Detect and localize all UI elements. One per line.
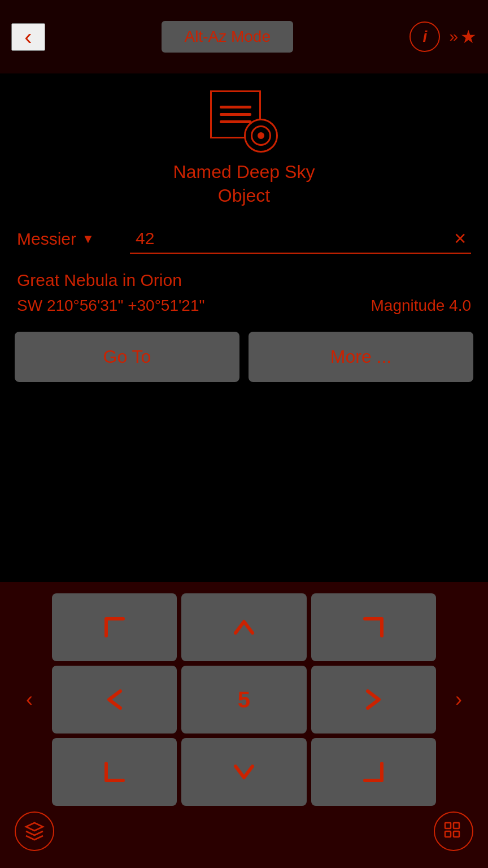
down-arrow-icon bbox=[230, 758, 258, 786]
object-type-label: Named Deep Sky Object bbox=[173, 160, 315, 207]
list-line-3 bbox=[220, 120, 251, 123]
object-name-label: Great Nebula in Orion bbox=[17, 271, 471, 290]
dpad-bottom-right-button[interactable] bbox=[311, 738, 436, 806]
galaxy-icon bbox=[244, 119, 278, 153]
mode-button[interactable]: Alt-Az Mode bbox=[162, 21, 293, 53]
layers-icon bbox=[23, 820, 46, 843]
object-type-icon-area: Named Deep Sky Object bbox=[11, 90, 477, 207]
selector-row: Messier ▼ ✕ bbox=[11, 224, 477, 254]
list-line-2 bbox=[220, 113, 251, 116]
dpad-top-left-button[interactable] bbox=[52, 593, 177, 661]
galaxy-ring bbox=[251, 125, 271, 146]
dpad-down-button[interactable] bbox=[181, 738, 306, 806]
layers-button[interactable] bbox=[15, 811, 54, 851]
dpad-top-right-button[interactable] bbox=[311, 593, 436, 661]
prev-page-button[interactable]: ‹ bbox=[12, 683, 46, 717]
galaxy-core bbox=[258, 132, 264, 139]
bottom-panel: ‹ 5 bbox=[0, 582, 488, 868]
up-arrow-icon bbox=[230, 613, 258, 641]
back-button[interactable]: ‹ bbox=[11, 23, 45, 51]
header-actions: i » ★ bbox=[409, 21, 477, 52]
main-content: Named Deep Sky Object Messier ▼ ✕ Great … bbox=[0, 73, 488, 593]
corner-br-icon bbox=[359, 758, 387, 786]
corner-tr-icon bbox=[359, 613, 387, 641]
dpad-bottom-left-button[interactable] bbox=[52, 738, 177, 806]
header: ‹ Alt-Az Mode i » ★ bbox=[0, 0, 488, 73]
list-line-1 bbox=[220, 106, 251, 108]
dpad-center-value[interactable]: 5 bbox=[181, 666, 306, 734]
left-arrow-icon bbox=[101, 685, 129, 714]
object-magnitude-label: Magnitude 4.0 bbox=[371, 297, 471, 315]
object-coords-row: SW 210°56'31" +30°51'21" Magnitude 4.0 bbox=[17, 297, 471, 315]
dropdown-arrow-icon: ▼ bbox=[82, 232, 94, 246]
dpad-left-button[interactable] bbox=[52, 666, 177, 734]
clear-input-button[interactable]: ✕ bbox=[454, 229, 467, 248]
action-buttons: Go To More ... bbox=[11, 332, 477, 382]
object-type-icon bbox=[210, 90, 278, 153]
svg-rect-1 bbox=[454, 823, 459, 828]
grid-button[interactable] bbox=[434, 811, 473, 851]
corner-tl-icon bbox=[101, 613, 129, 641]
object-info: Great Nebula in Orion SW 210°56'31" +30°… bbox=[11, 271, 477, 315]
bookmark-star-button[interactable]: » ★ bbox=[449, 26, 477, 47]
next-page-button[interactable]: › bbox=[442, 683, 476, 717]
catalog-dropdown[interactable]: Messier ▼ bbox=[17, 229, 119, 249]
catalog-selected-label: Messier bbox=[17, 229, 76, 249]
dpad-up-button[interactable] bbox=[181, 593, 306, 661]
object-number-input[interactable] bbox=[130, 224, 471, 253]
svg-rect-2 bbox=[445, 831, 451, 837]
goto-button[interactable]: Go To bbox=[15, 332, 239, 382]
svg-rect-3 bbox=[454, 831, 459, 837]
right-arrow-icon bbox=[359, 685, 387, 714]
svg-rect-0 bbox=[445, 823, 451, 828]
dpad-grid: 5 bbox=[52, 593, 436, 806]
grid-icon bbox=[442, 820, 465, 843]
info-button[interactable]: i bbox=[409, 21, 440, 52]
dpad-right-button[interactable] bbox=[311, 666, 436, 734]
more-button[interactable]: More ... bbox=[249, 332, 473, 382]
dpad-container: ‹ 5 bbox=[6, 593, 482, 806]
object-coords-label: SW 210°56'31" +30°51'21" bbox=[17, 297, 204, 315]
star-icon: ★ bbox=[460, 26, 477, 47]
fast-forward-icon: » bbox=[449, 28, 458, 46]
number-input-wrapper: ✕ bbox=[130, 224, 471, 254]
bottom-icons-row bbox=[6, 806, 482, 851]
corner-bl-icon bbox=[101, 758, 129, 786]
